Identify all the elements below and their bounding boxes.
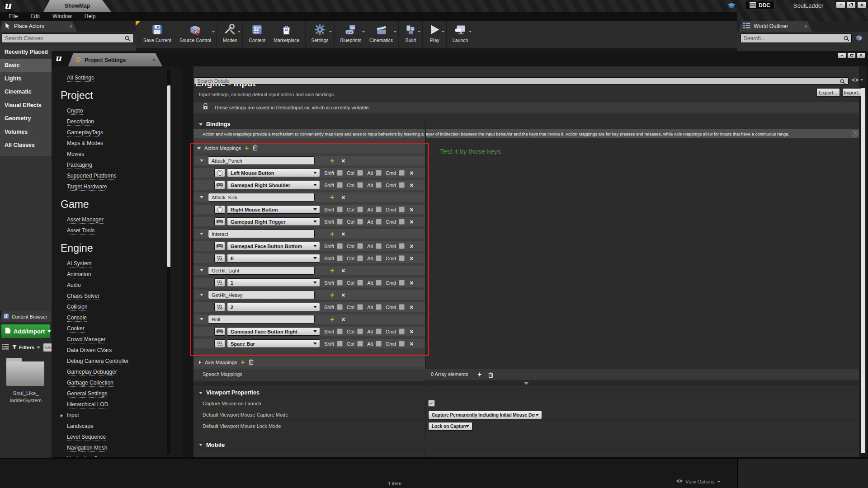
- sidebar-item-target-hardware[interactable]: Target Hardware: [67, 182, 171, 192]
- sidebar-link[interactable]: Description: [67, 118, 94, 126]
- add-icon[interactable]: +: [330, 230, 334, 238]
- details-expander[interactable]: [193, 381, 859, 386]
- action-name-input[interactable]: [208, 230, 315, 238]
- chevron-down-icon[interactable]: [237, 31, 241, 33]
- toolbar-play-button[interactable]: Play: [425, 21, 445, 48]
- modifier-checkbox-shift[interactable]: [337, 219, 343, 225]
- chevron-down-icon[interactable]: [212, 31, 215, 33]
- sidebar-item-asset-manager[interactable]: Asset Manager: [67, 215, 171, 225]
- add-icon[interactable]: +: [330, 157, 334, 164]
- sources-panel-icon[interactable]: [2, 343, 9, 352]
- gamepad-icon[interactable]: [214, 217, 225, 226]
- axis-mappings-row[interactable]: Axis Mappings +: [193, 358, 425, 367]
- modifier-checkbox-shift[interactable]: [337, 328, 343, 334]
- toolbar-settings-button[interactable]: Settings: [307, 21, 332, 48]
- add-icon[interactable]: +: [330, 194, 334, 201]
- minimize-button[interactable]: –: [836, 1, 845, 9]
- action-name-input[interactable]: [208, 291, 315, 299]
- remove-icon[interactable]: ×: [410, 280, 413, 286]
- sidebar-link[interactable]: Audio: [67, 282, 81, 289]
- mouse-icon[interactable]: [214, 169, 225, 177]
- sidebar-item-gameplay-debugger[interactable]: Gameplay Debugger: [67, 367, 171, 378]
- sidebar-item-crowd-manager[interactable]: Crowd Manager: [67, 334, 171, 345]
- sidebar-link[interactable]: Asset Manager: [67, 216, 104, 224]
- remove-icon[interactable]: ×: [341, 267, 345, 274]
- action-name-input[interactable]: [208, 193, 315, 202]
- sidebar-item-general-settings[interactable]: General Settings: [67, 389, 171, 399]
- modifier-checkbox-cmd[interactable]: [399, 243, 405, 249]
- menu-window[interactable]: Window: [46, 13, 78, 19]
- chevron-down-icon[interactable]: [393, 31, 397, 33]
- modifier-checkbox-cmd[interactable]: [399, 341, 405, 347]
- modifier-checkbox-cmd[interactable]: [399, 219, 405, 225]
- sidebar-item-animation[interactable]: Animation: [67, 269, 171, 280]
- sidebar-item-all-settings[interactable]: All Settings: [67, 73, 171, 84]
- modifier-checkbox-alt[interactable]: [376, 182, 382, 188]
- details-scrollbar[interactable]: [861, 86, 865, 456]
- action-mappings-header[interactable]: Action Mappings+: [193, 144, 425, 153]
- sidebar-item-maps-modes[interactable]: Maps & Modes: [67, 138, 171, 149]
- modifier-checkbox-shift[interactable]: [337, 304, 343, 310]
- chevron-down-icon[interactable]: [417, 31, 421, 33]
- sidebar-link[interactable]: Target Hardware: [67, 183, 107, 191]
- window-restore-button[interactable]: [847, 52, 856, 58]
- menu-help[interactable]: Help: [78, 13, 102, 19]
- tab-place-actors[interactable]: Place Actors ×: [0, 21, 77, 32]
- sidebar-link[interactable]: Crowd Manager: [67, 336, 105, 343]
- mouse-icon[interactable]: [214, 205, 225, 214]
- all-settings-link[interactable]: All Settings: [67, 75, 94, 82]
- modifier-checkbox-alt[interactable]: [376, 243, 382, 249]
- keyboard-icon[interactable]: [214, 339, 225, 348]
- close-icon[interactable]: ×: [153, 57, 156, 63]
- remove-icon[interactable]: ×: [410, 182, 413, 188]
- key-select[interactable]: E: [227, 254, 320, 263]
- add-icon[interactable]: +: [330, 316, 334, 323]
- sidebar-item-packaging[interactable]: Packaging: [67, 160, 171, 171]
- sidebar-link[interactable]: Maps & Modes: [67, 140, 103, 147]
- key-select[interactable]: Gamepad Face Button Bottom: [227, 242, 320, 250]
- modifier-checkbox-shift[interactable]: [337, 182, 343, 188]
- close-button[interactable]: ×: [857, 1, 867, 9]
- toolbar-build-button[interactable]: Build: [401, 21, 421, 48]
- menu-file[interactable]: File: [3, 13, 24, 19]
- remove-icon[interactable]: ×: [410, 328, 413, 335]
- key-select[interactable]: 1: [227, 278, 320, 287]
- sidebar-link[interactable]: Crypto: [67, 108, 83, 115]
- search-classes-input[interactable]: [2, 33, 134, 43]
- modifier-checkbox-cmd[interactable]: [399, 255, 405, 261]
- remove-icon[interactable]: ×: [341, 316, 345, 323]
- modifier-checkbox-alt[interactable]: [376, 328, 382, 334]
- export-button[interactable]: Export...: [816, 88, 840, 97]
- trash-icon[interactable]: [253, 144, 258, 152]
- modifier-checkbox-cmd[interactable]: [399, 328, 405, 334]
- modifier-checkbox-alt[interactable]: [376, 304, 382, 310]
- modifier-checkbox-ctrl[interactable]: [357, 170, 363, 176]
- chevron-down-icon[interactable]: [362, 31, 365, 33]
- menu-edit[interactable]: Edit: [24, 13, 46, 19]
- remove-icon[interactable]: ×: [410, 255, 413, 262]
- sidebar-link[interactable]: AI System: [67, 260, 92, 267]
- sidebar-item-navigation-mesh[interactable]: Navigation Mesh: [67, 443, 171, 454]
- modifier-checkbox-alt[interactable]: [376, 341, 382, 347]
- sidebar-item-asset-tools[interactable]: Asset Tools: [67, 225, 171, 236]
- bindings-section-header[interactable]: Bindings: [193, 119, 859, 129]
- remove-icon[interactable]: ×: [341, 194, 345, 201]
- sidebar-item-audio[interactable]: Audio: [67, 280, 171, 291]
- mobile-section-header[interactable]: Mobile: [193, 439, 859, 450]
- view-options-button[interactable]: View Options: [676, 479, 721, 484]
- close-icon[interactable]: ×: [70, 23, 72, 29]
- sidebar-link[interactable]: Garbage Collection: [67, 380, 113, 387]
- toolbar-source-control-button[interactable]: Source Control: [175, 21, 215, 48]
- chevron-down-icon[interactable]: [329, 31, 332, 33]
- property-dropdown[interactable]: Capture Permanently Including Initial Mo…: [428, 411, 542, 419]
- window-close-button[interactable]: ×: [857, 52, 865, 58]
- import-button[interactable]: Import...: [842, 88, 863, 97]
- key-select[interactable]: 2: [227, 303, 320, 311]
- chevron-down-icon[interactable]: [468, 31, 472, 33]
- toolbar-cinematics-button[interactable]: Cinematics: [365, 21, 397, 48]
- sidebar-scrollbar-thumb[interactable]: [167, 85, 170, 267]
- trash-icon[interactable]: [488, 371, 493, 380]
- sidebar-link[interactable]: Debug Camera Controller: [67, 358, 129, 365]
- key-select[interactable]: Gamepad Right Shoulder: [227, 181, 320, 189]
- modifier-checkbox-ctrl[interactable]: [357, 255, 363, 261]
